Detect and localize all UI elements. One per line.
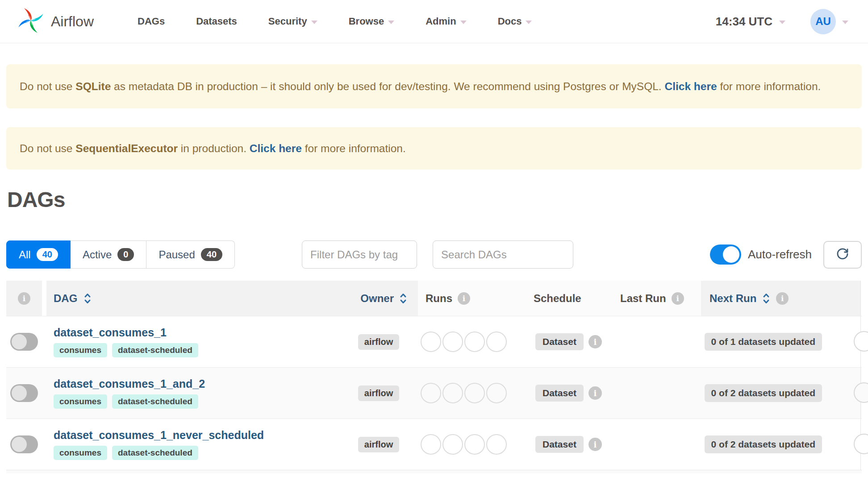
dag-run-status-circle[interactable] [464,383,485,403]
row-gap [42,368,46,419]
next-row-edge [6,470,862,473]
table-header-row: i DAG Owner Runs [6,281,862,316]
dag-name-cell: dataset_consumes_1_never_scheduled consu… [46,419,339,470]
owner-badge[interactable]: airflow [358,334,399,350]
user-menu[interactable]: AU [810,9,848,34]
runs-cell [418,316,529,367]
schedule-cell: Dataset i [529,368,614,419]
dag-tag[interactable]: consumes [54,446,107,460]
tab-active-dags[interactable]: Active 0 [71,240,146,269]
dag-run-status-circle[interactable] [442,383,463,403]
tab-all-dags[interactable]: All 40 [6,240,71,269]
count-badge: 40 [201,248,222,261]
dag-run-status-circle[interactable] [421,434,441,455]
info-icon[interactable]: i [776,292,789,305]
nav-item-security[interactable]: Security [268,16,317,27]
dag-tag[interactable]: dataset-scheduled [112,446,198,460]
info-icon[interactable]: i [588,438,602,451]
table-row: dataset_consumes_1 consumes dataset-sche… [6,316,862,367]
dag-tag[interactable]: consumes [54,343,107,357]
nav-item-admin[interactable]: Admin [426,16,466,27]
owner-badge[interactable]: airflow [358,385,399,401]
next-run-cell: 0 of 1 datasets updated [701,316,860,367]
dag-pause-toggle[interactable] [10,384,38,402]
dag-tags: consumes dataset-scheduled [54,394,198,409]
nav-item-dags[interactable]: DAGs [138,16,165,27]
info-icon[interactable]: i [588,386,602,400]
last-run-cell [614,316,701,367]
dag-link[interactable]: dataset_consumes_1 [54,326,167,339]
nav-item-docs[interactable]: Docs [498,16,532,27]
dag-tag[interactable]: dataset-scheduled [112,394,198,409]
chevron-down-icon [842,21,848,24]
column-header-last-run: Last Run i [614,281,701,316]
dag-run-status-circle[interactable] [486,383,507,403]
filter-dags-by-tag-input[interactable] [302,240,417,269]
dag-link[interactable]: dataset_consumes_1_never_scheduled [54,429,264,442]
column-header-dag[interactable]: DAG [46,281,339,316]
dags-toolbar: All 40 Active 0 Paused 40 Auto-refresh [6,240,862,269]
row-gap [42,419,46,470]
count-badge: 40 [37,248,58,261]
chevron-down-icon [779,21,785,24]
dag-tag[interactable]: consumes [54,394,107,409]
owner-badge[interactable]: airflow [358,437,399,452]
chevron-down-icon [526,21,532,24]
next-run-cell: 0 of 2 datasets updated [701,368,860,419]
column-header-next-run[interactable]: Next Run i [701,281,860,316]
dag-run-status-circle[interactable] [442,332,463,352]
dag-pause-toggle[interactable] [10,333,38,351]
warning-text: Do not use [20,142,75,154]
pause-toggle-cell [6,419,42,470]
pause-toggle-cell [6,316,42,367]
clock-timezone-selector[interactable]: 14:34 UTC [716,15,785,29]
dag-run-status-circle[interactable] [464,434,485,455]
next-run-badge[interactable]: 0 of 1 datasets updated [705,333,822,351]
airflow-brand[interactable]: Airflow [16,6,94,37]
info-icon[interactable]: i [672,292,684,305]
warning-text-bold: SQLite [75,80,111,92]
dag-run-status-circle[interactable] [421,332,441,352]
info-icon[interactable]: i [458,292,470,305]
header-gap [42,281,46,316]
dag-run-status-circle[interactable] [442,434,463,455]
info-icon[interactable]: i [18,292,30,305]
sort-icon[interactable] [83,292,92,305]
warning-text: Do not use [20,80,75,92]
tab-paused-dags[interactable]: Paused 40 [146,240,235,269]
table-row: dataset_consumes_1_never_scheduled consu… [6,419,862,470]
sort-icon[interactable] [762,292,770,305]
nav-item-browse[interactable]: Browse [349,16,394,27]
sort-icon[interactable] [399,292,407,305]
dag-run-status-circle[interactable] [464,332,485,352]
warning-text-bold: SequentialExecutor [75,142,178,154]
dag-run-status-circle[interactable] [486,434,507,455]
dag-pause-toggle[interactable] [10,435,38,453]
nav-item-datasets[interactable]: Datasets [196,16,237,27]
next-run-cell: 0 of 2 datasets updated [701,419,860,470]
refresh-button[interactable] [823,241,862,269]
next-run-badge[interactable]: 0 of 2 datasets updated [705,435,822,453]
click-here-link[interactable]: Click here [664,80,717,92]
schedule-badge[interactable]: Dataset [535,385,584,402]
auto-refresh-toggle[interactable] [710,244,741,265]
owner-cell: airflow [339,316,418,367]
schedule-badge[interactable]: Dataset [535,333,584,350]
schedule-badge[interactable]: Dataset [535,436,584,453]
search-dags-input[interactable] [433,240,573,269]
info-icon[interactable]: i [588,335,602,348]
dag-tag[interactable]: dataset-scheduled [112,343,198,357]
dag-run-status-circle[interactable] [486,332,507,352]
brand-name: Airflow [51,13,94,30]
dag-name-cell: dataset_consumes_1_and_2 consumes datase… [46,368,339,419]
dag-run-status-circle[interactable] [421,383,441,403]
dag-link[interactable]: dataset_consumes_1_and_2 [54,377,205,390]
column-header-owner[interactable]: Owner [339,281,418,316]
dag-filter-tabs: All 40 Active 0 Paused 40 [6,240,235,269]
nav-menu: DAGs Datasets Security Browse Admin Docs [138,16,532,27]
warning-text: for more information. [717,80,821,92]
schedule-cell: Dataset i [529,419,614,470]
click-here-link[interactable]: Click here [250,142,302,154]
table-row: dataset_consumes_1_and_2 consumes datase… [6,367,862,419]
next-run-badge[interactable]: 0 of 2 datasets updated [705,384,822,402]
